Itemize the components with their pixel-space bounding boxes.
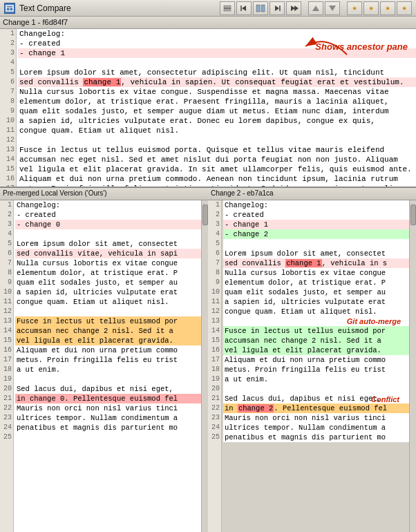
text-line: Aliquam et dui non urna pretium commo — [15, 345, 201, 355]
text-line: a sapien id, ultricies vulputate erat — [15, 287, 201, 297]
text-line: quam elit sodales justo, et semper au — [15, 278, 201, 287]
left-panel-header: Pre-merged Local Version ('Ours') — [0, 188, 208, 200]
right-text-line: - created — [223, 210, 409, 220]
app-icon — [4, 3, 15, 14]
text-line: elementum dolor, at tristique erat. P — [15, 268, 201, 278]
svg-marker-12 — [294, 6, 299, 11]
text-line — [15, 433, 201, 442]
toolbar-split-btn[interactable] — [253, 1, 268, 15]
toolbar-star3-btn[interactable]: ★ — [380, 1, 395, 15]
text-line: Mauris non orci non nisl varius tinci — [15, 403, 201, 413]
top-line-numbers: 12345678910111213141516171819202122 — [0, 29, 17, 187]
toolbar-up-btn[interactable] — [308, 1, 323, 15]
right-text-line: Mauris non orci non nisl varius tinci — [223, 413, 409, 423]
right-text-line: penatibus et magnis dis parturient mo — [223, 433, 409, 442]
text-line: ultrices tempor. Nullam condimentum a — [15, 413, 201, 423]
text-line — [15, 307, 201, 316]
svg-rect-7 — [256, 5, 260, 12]
toolbar-star4-btn[interactable]: ★ — [397, 1, 412, 15]
left-text-lines: Changelog:- created- change 0Lorem ipsum… — [14, 200, 201, 532]
right-text-line: ultrices tempor. Nullam condimentum a — [223, 423, 409, 433]
toolbar-star2-btn[interactable]: ★ — [363, 1, 379, 15]
right-panel-header: Change 2 - eb7a1ca — [208, 188, 416, 200]
text-line: accumsan nec change 2 nisl. Sed it a — [15, 326, 201, 336]
right-diff-panel-wrapper: Change 2 - eb7a1ca 123456789101112131415… — [208, 188, 416, 532]
left-scrollbar[interactable] — [201, 200, 208, 532]
right-text-line: in change 2. Pellentesque euismod fel — [223, 403, 409, 413]
top-text-line: Aliquam et dui non urna pretium commodo.… — [18, 174, 416, 184]
left-diff-panel: Pre-merged Local Version ('Ours') 123456… — [0, 188, 208, 532]
right-text-line: sed convallis change 1, vehicula in s — [223, 258, 409, 268]
text-line: metus. Proin fringilla felis eu trist — [15, 355, 201, 365]
titlebar: Text Compare — [0, 0, 416, 17]
text-line: Changelog: — [15, 200, 201, 210]
right-text-line: quam elit sodales justo, et semper au — [223, 287, 409, 297]
right-split-content: 1234567891011121314151617181920212223242… — [208, 200, 416, 532]
left-line-numbers: 1234567891011121314151617181920212223242… — [0, 200, 14, 532]
text-line: sed convallis vitae, vehicula in sapi — [15, 249, 201, 258]
top-diff-panel: Change 1 - f6d84f7 Shows ancestor pane 1… — [0, 17, 416, 188]
toolbar-last-btn[interactable] — [286, 1, 301, 15]
right-text-line — [223, 316, 409, 326]
text-line — [15, 229, 201, 239]
top-text-line: accumsan nec eget nisl. Sed et amet nisl… — [18, 155, 416, 164]
text-line: vel ligula et elit placerat gravida. — [15, 336, 201, 345]
titlebar-left: Text Compare — [4, 3, 71, 14]
text-line: penatibus et magnis dis parturient mo — [15, 423, 201, 433]
text-line: - created — [15, 210, 201, 220]
text-line: a ut enim. — [15, 365, 201, 374]
text-line: Lorem ipsum dolor sit amet, consectet — [15, 239, 201, 249]
right-scrollbar[interactable] — [409, 200, 416, 532]
right-text-line — [223, 384, 409, 394]
text-line: in change 0. Pellentesque euismod fel — [15, 394, 201, 403]
top-text-line: Changelog: — [18, 29, 416, 39]
shows-ancestor-label: Shows ancestor pane — [315, 41, 408, 52]
top-text-line: quam elit sodales justo, et semper augue… — [18, 106, 416, 116]
text-line: congue quam. Etiam ut aliquet nisl. — [15, 297, 201, 307]
left-scroll-thumb[interactable] — [202, 205, 208, 225]
top-text-line — [18, 58, 416, 68]
right-text-line: Changelog: — [223, 200, 409, 210]
right-text-line: a sapien id, ultricies vulputate erat — [223, 297, 409, 307]
right-text-line: - change 2 — [223, 229, 409, 239]
top-text-line — [18, 135, 416, 145]
svg-marker-5 — [242, 6, 246, 11]
svg-marker-13 — [312, 6, 319, 11]
top-text-line: Nulla cursus lobortis ex vitae congue. S… — [18, 87, 416, 97]
top-text-line: Lorem ipsum dolor sit amet, consectetur … — [18, 68, 416, 77]
svg-marker-9 — [275, 6, 279, 11]
right-text-line: a ut enim. — [223, 374, 409, 384]
right-line-numbers: 1234567891011121314151617181920212223242… — [208, 200, 222, 532]
bottom-panels: Pre-merged Local Version ('Ours') 123456… — [0, 188, 416, 532]
right-text-line: elementum dolor, at tristique erat. P — [223, 278, 409, 287]
top-text-line: elementum dolor, at tristique erat. Prae… — [18, 97, 416, 106]
text-line: - change 0 — [15, 220, 201, 229]
toolbar-down-btn[interactable] — [325, 1, 340, 15]
right-text-line: congue quam. Etiam ut aliquet nisl. — [223, 307, 409, 316]
right-scroll-thumb[interactable] — [410, 205, 416, 225]
svg-marker-14 — [329, 6, 336, 11]
right-text-line: vel ligula et elit placerat gravida. — [223, 345, 409, 355]
toolbar-prev-btn[interactable] — [236, 1, 252, 15]
right-text-line: metus. Proin fringilla felis eu trist — [223, 365, 409, 374]
text-line: Nulla cursus lobortis ex vitae congue — [15, 258, 201, 268]
text-line — [15, 374, 201, 384]
toolbar-first-btn[interactable] — [220, 1, 235, 15]
right-text-line: Nulla cursus lobortis ex vitae congue — [223, 268, 409, 278]
conflict-label: Conflict — [371, 395, 399, 403]
right-text-line: Aliquam et dui non urna pretium commo — [223, 355, 409, 365]
left-split-content: 1234567891011121314151617181920212223242… — [0, 200, 208, 532]
top-text-line: a sapien id, ultricies vulputate erat. D… — [18, 116, 416, 126]
right-text-line: Fusce in lectus ut tellus euismod por — [223, 326, 409, 336]
toolbar-star1-btn[interactable]: ★ — [347, 1, 362, 15]
right-text-line: accumsan nec change 2 nisl. Sed it a — [223, 336, 409, 345]
right-text-line: - change 1 — [223, 220, 409, 229]
toolbar: ★ ★ ★ ★ — [220, 1, 412, 15]
top-text-line: metus. Proin fringilla felis eu tristiqu… — [18, 184, 416, 187]
right-text-lines: Git auto-merge Changelog:- created- chan… — [222, 200, 409, 532]
top-text-line: sed convallis change 1, vehicula in sapi… — [18, 77, 416, 87]
right-text-line: Lorem ipsum dolor sit amet, consectet — [223, 249, 409, 258]
top-text-lines: Changelog:- created- change 1Lorem ipsum… — [17, 29, 416, 187]
toolbar-next-btn[interactable] — [270, 1, 285, 15]
top-text-line: Fusce in lectus ut tellus euismod porta.… — [18, 145, 416, 155]
